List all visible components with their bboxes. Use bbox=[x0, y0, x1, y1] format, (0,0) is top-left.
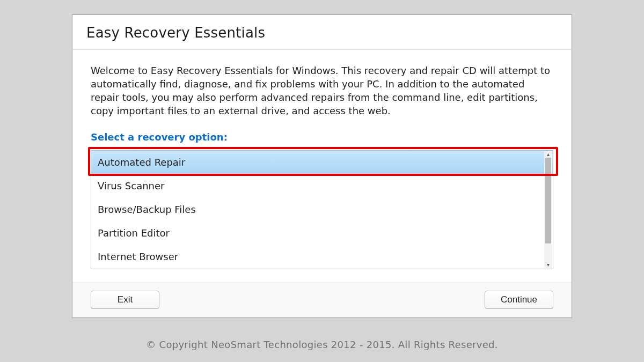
scroll-up-icon[interactable]: ▴ bbox=[544, 151, 552, 158]
recovery-option-list-wrap: Automated Repair Virus Scanner Browse/Ba… bbox=[91, 150, 553, 269]
listbox-scrollbar[interactable]: ▴ ▾ bbox=[544, 151, 552, 268]
scroll-down-icon[interactable]: ▾ bbox=[544, 262, 552, 268]
option-internet-browser[interactable]: Internet Browser bbox=[91, 245, 553, 269]
dialog-body: Welcome to Easy Recovery Essentials for … bbox=[72, 50, 572, 283]
continue-button[interactable]: Continue bbox=[485, 291, 553, 309]
recovery-option-prompt: Select a recovery option: bbox=[91, 131, 553, 143]
welcome-text: Welcome to Easy Recovery Essentials for … bbox=[91, 64, 553, 117]
dialog-header: Easy Recovery Essentials bbox=[72, 15, 572, 50]
option-virus-scanner[interactable]: Virus Scanner bbox=[91, 174, 553, 198]
dialog-title: Easy Recovery Essentials bbox=[86, 25, 558, 41]
recovery-option-listbox[interactable]: Automated Repair Virus Scanner Browse/Ba… bbox=[91, 150, 553, 269]
option-browse-backup-files[interactable]: Browse/Backup Files bbox=[91, 198, 553, 221]
exit-button[interactable]: Exit bbox=[91, 291, 159, 309]
scroll-thumb[interactable] bbox=[545, 158, 551, 243]
recovery-dialog: Easy Recovery Essentials Welcome to Easy… bbox=[72, 14, 572, 318]
dialog-footer: Exit Continue bbox=[72, 283, 572, 317]
option-automated-repair[interactable]: Automated Repair bbox=[91, 151, 553, 174]
option-partition-editor[interactable]: Partition Editor bbox=[91, 221, 553, 245]
copyright-text: © Copyright NeoSmart Technologies 2012 -… bbox=[0, 339, 644, 350]
